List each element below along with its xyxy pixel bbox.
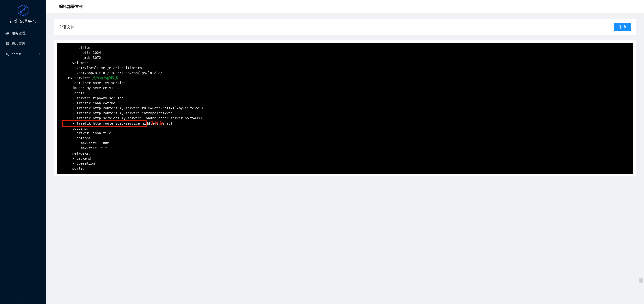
editor-card: nofile: soft: 1024 hard: 3072 volumes: -… [54, 40, 636, 176]
editor-line: - service.repo=my-service [57, 96, 633, 101]
save-button[interactable]: 保 存 [614, 23, 631, 31]
main: ← 编辑部署文件 部署文件 保 存 nofile: soft: 1024 har… [46, 0, 644, 304]
svg-point-7 [6, 53, 8, 54]
logo-area: 运维管理平台 [0, 0, 46, 27]
content-area: 部署文件 保 存 nofile: soft: 1024 hard: 3072 v… [46, 14, 644, 182]
editor-line: max-size: 100m [57, 141, 633, 146]
editor-line: - traefik.http.services.my-service.loadb… [57, 116, 633, 121]
editor-line: options: [57, 136, 633, 141]
page-indicator: 0 [639, 278, 643, 282]
sidebar-item-1[interactable]: 模块管理 [0, 39, 46, 49]
sidebar-item-0[interactable]: 服务管理 [0, 28, 46, 39]
sidebar-item-label: admin [12, 52, 36, 56]
back-button[interactable]: ← [52, 5, 56, 9]
editor-line: networks: [57, 151, 633, 156]
brand-title: 运维管理平台 [10, 19, 37, 24]
globe-icon [5, 31, 9, 35]
yaml-editor[interactable]: nofile: soft: 1024 hard: 3072 volumes: -… [57, 43, 633, 174]
sidebar-item-label: 服务管理 [12, 31, 41, 36]
editor-line: logging: [57, 126, 633, 131]
editor-line: - operation [57, 161, 633, 166]
editor-line: - /etc/localtime:/etc/localtime:ro [57, 66, 633, 71]
editor-line: soft: 1024 [57, 50, 633, 55]
svg-rect-6 [7, 44, 9, 45]
card-title: 部署文件 [59, 25, 74, 30]
sidebar-menu: 服务管理模块管理admin〉 [0, 27, 46, 293]
sidebar-item-2[interactable]: admin〉 [0, 49, 46, 59]
editor-line: max-file: "1" [57, 146, 633, 151]
editor-line: hard: 3072 [57, 55, 633, 60]
user-icon [5, 52, 9, 56]
page-title: 编辑部署文件 [59, 4, 83, 9]
editor-line: - backend [57, 156, 633, 161]
editor-line: image: my-service:v1.0.0 [57, 86, 633, 91]
editor-line: - /opt/app/airiot/i18n/:/app/configs/loc… [57, 71, 633, 76]
chevron-left-icon: 〈 [22, 296, 25, 301]
sidebar-item-label: 模块管理 [12, 42, 41, 46]
editor-line: labels: [57, 91, 633, 96]
grid-icon [5, 42, 9, 46]
editor-line: driver: json-file [57, 131, 633, 136]
editor-line: container_name: my-service [57, 81, 633, 86]
hex-wrench-icon [17, 4, 29, 17]
editor-line: ports: [57, 166, 633, 171]
editor-line: my-service: [57, 76, 633, 81]
toolbar-card: 部署文件 保 存 [54, 19, 636, 35]
sidebar: 运维管理平台 服务管理模块管理admin〉 〈 [0, 0, 46, 304]
chevron-right-icon: 〉 [39, 52, 41, 56]
sidebar-collapse-button[interactable]: 〈 [0, 293, 46, 304]
svg-rect-4 [7, 42, 9, 44]
editor-line: - traefik.enable=true [57, 101, 633, 106]
page-header: ← 编辑部署文件 [46, 0, 644, 14]
editor-line: volumes: [57, 60, 633, 66]
editor-line: - traefik.http.routers.my-service.middle… [57, 121, 633, 126]
svg-rect-3 [6, 42, 7, 44]
svg-rect-5 [6, 44, 7, 45]
editor-line: - traefik.http.routers.my-service.rule=P… [57, 106, 633, 111]
editor-line: - traefik.http.routers.my-service.entryp… [57, 111, 633, 116]
editor-line: nofile: [57, 45, 633, 50]
